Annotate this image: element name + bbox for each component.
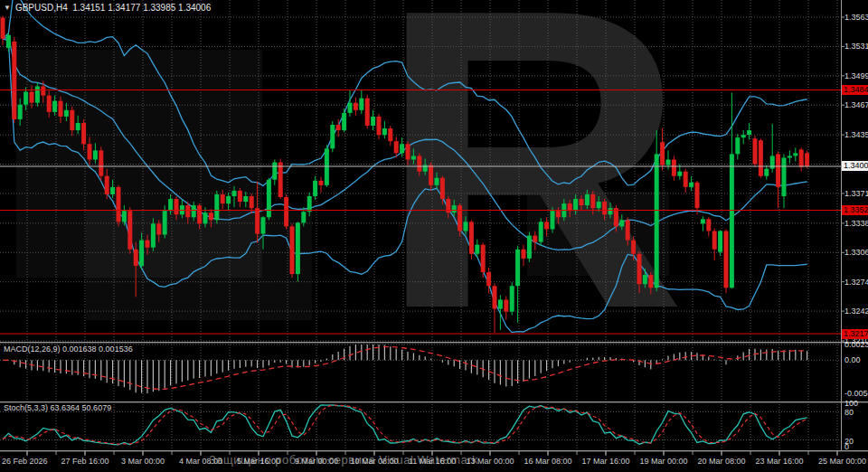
- macd-main-value: 0.001638: [62, 345, 97, 354]
- price-axis-label: 1.32745: [844, 278, 868, 288]
- price-axis-label: 1.35315: [844, 42, 868, 52]
- price-axis-label: 1.34675: [844, 100, 868, 110]
- macd-title: MACD(12,26,9) 0.001638 0.001536: [4, 345, 133, 354]
- stoch-axis-label: 80: [844, 408, 854, 418]
- symbol-dropdown-icon[interactable]: ▼: [4, 4, 11, 12]
- price-axis-label: 1.33065: [844, 248, 868, 258]
- price-axis-label: 1.32425: [844, 307, 868, 316]
- chart-title: ▼GBPUSD,H4 1.34151 1.34177 1.33985 1.340…: [4, 3, 211, 13]
- price-level-badge: 1.33527: [842, 205, 868, 215]
- time-axis-label: 25 Mar 00:00: [797, 457, 866, 466]
- price-axis-label: 1.33385: [844, 219, 868, 229]
- price-level-badge: 1.34840: [842, 85, 868, 95]
- macd-axis-label: 0.00: [844, 355, 861, 365]
- price-axis-label: 1.34350: [844, 130, 868, 140]
- stoch-k-value: 63.6364: [51, 403, 80, 412]
- symbol-label: GBPUSD,H4: [15, 3, 68, 13]
- ohlc-close: 1.34006: [178, 3, 211, 13]
- ohlc-low: 1.33985: [143, 3, 175, 13]
- current-price-badge: 1.34006: [842, 161, 868, 171]
- macd-axis-label: 0.002381: [844, 340, 868, 350]
- price-axis-label: 1.35635: [844, 13, 868, 23]
- trading-chart-window: R ▼GBPUSD,H4 1.34151 1.34177 1.33985 1.3…: [0, 0, 868, 472]
- price-axis-label: 1.33710: [844, 189, 868, 199]
- stoch-axis-label: 0: [844, 442, 849, 452]
- macd-label: MACD(12,26,9): [4, 345, 61, 354]
- price-level-badge: 1.32179: [842, 329, 868, 339]
- ohlc-high: 1.34177: [108, 3, 140, 13]
- stoch-axis-label: 100: [844, 399, 858, 409]
- watermark-text: Защищено роботом сервиса Visual Watermar…: [209, 453, 478, 467]
- stochastic-title: Stoch(5,3,3) 63.6364 50.6079: [4, 403, 111, 412]
- chart-canvas[interactable]: [0, 0, 868, 472]
- ohlc-open: 1.34151: [72, 3, 105, 13]
- macd-axis-label: -0.005046: [844, 389, 868, 399]
- price-axis-label: 1.34995: [844, 71, 868, 81]
- stoch-label: Stoch(5,3,3): [4, 403, 48, 412]
- macd-signal-value: 0.001536: [99, 345, 133, 354]
- stoch-d-value: 50.6079: [82, 403, 112, 412]
